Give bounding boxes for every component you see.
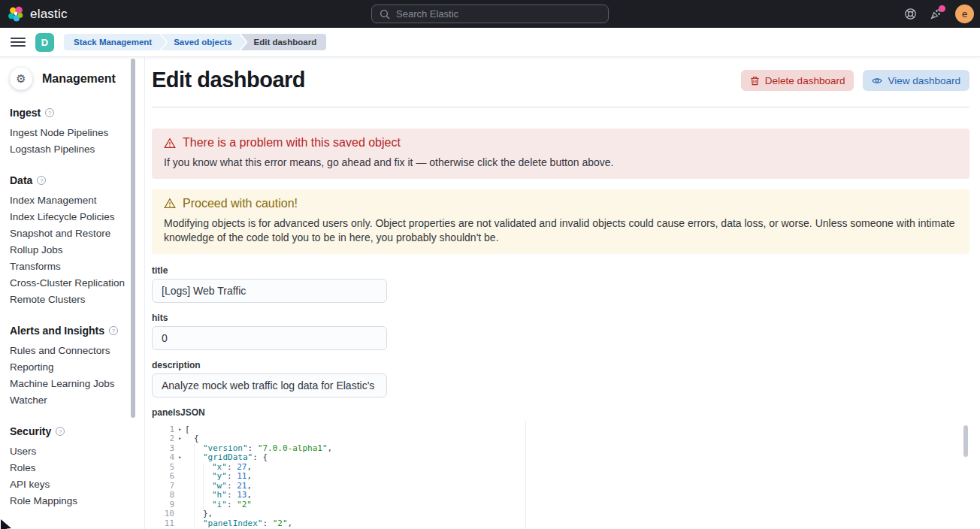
sidebar-section-title: Security? (10, 425, 134, 437)
sidebar-item-users[interactable]: Users (10, 443, 134, 460)
breadcrumb-stack-management[interactable]: Stack Management (64, 34, 166, 50)
code-line: 2▾{ (152, 434, 969, 444)
code-token: 13 (237, 491, 247, 500)
code-token: : { (253, 453, 268, 463)
field-label-panels-json: panelsJSON (152, 407, 969, 418)
code-line: 9"i": "2" (152, 500, 969, 510)
space-badge[interactable]: D (35, 33, 54, 52)
indent-guide (194, 519, 203, 529)
sidebar-item-rules-and-connectors[interactable]: Rules and Connectors (10, 343, 134, 359)
fold-spacer (174, 519, 185, 529)
header-actions: e (904, 5, 974, 23)
sidebar-item-watcher[interactable]: Watcher (10, 392, 134, 409)
indent-guide (203, 482, 212, 491)
sidebar-item-index-lifecycle-policies[interactable]: Index Lifecycle Policies (10, 209, 134, 225)
error-callout: There is a problem with this saved objec… (152, 128, 969, 179)
eye-icon (872, 76, 882, 86)
breadcrumb-saved-objects[interactable]: Saved objects (161, 34, 246, 50)
sidebar-item-api-keys[interactable]: API keys (10, 476, 134, 493)
indent-guide (203, 463, 212, 473)
sidebar-item-cross-cluster-replication[interactable]: Cross-Cluster Replication (10, 275, 134, 292)
indent-guide (185, 491, 194, 500)
view-button-label: View dashboard (888, 75, 960, 86)
fold-toggle-icon[interactable]: ▾ (174, 434, 185, 444)
code-line: 5"x": 27, (152, 463, 969, 473)
sidebar-sections: Ingest?Ingest Node PipelinesLogstash Pip… (10, 107, 134, 509)
sidebar-item-roles[interactable]: Roles (10, 460, 134, 476)
search-placeholder: Search Elastic (396, 8, 458, 20)
sidebar-item-remote-clusters[interactable]: Remote Clusters (10, 292, 134, 308)
panels-json-editor[interactable]: 1▾[2▾{3"version": "7.0.0-alpha1",4▾"grid… (152, 421, 969, 529)
top-header: elastic Search Elastic (0, 0, 980, 28)
sidebar-item-transforms[interactable]: Transforms (10, 258, 134, 275)
indent-guide (203, 472, 212, 482)
elastic-home-link[interactable]: elastic (8, 6, 68, 23)
description-input[interactable] (152, 373, 387, 398)
sidebar-header: ⚙ Management (10, 68, 134, 90)
help-icon[interactable] (904, 8, 917, 20)
warning-callout: Proceed with caution! Modifying objects … (152, 189, 969, 254)
section-title-text: Ingest (10, 107, 41, 119)
hits-input[interactable] (152, 326, 387, 350)
fold-spacer (174, 500, 185, 510)
fold-spacer (174, 491, 185, 500)
fold-toggle-icon[interactable]: ▾ (174, 425, 185, 435)
code-token: : (227, 500, 237, 510)
global-search-input[interactable]: Search Elastic (371, 5, 609, 23)
indent-guide (185, 509, 194, 519)
print-margin-line (525, 421, 526, 529)
sidebar-item-index-management[interactable]: Index Management (10, 192, 134, 209)
delete-button-label: Delete dashboard (765, 75, 845, 86)
sidebar-title: Management (42, 72, 116, 86)
indent-guide (185, 482, 194, 491)
fold-spacer (174, 472, 185, 482)
sidebar-item-ingest-node-pipelines[interactable]: Ingest Node Pipelines (10, 125, 134, 141)
main-content: Edit dashboard Delete dashb (145, 56, 980, 529)
title-input[interactable] (152, 279, 387, 303)
warning-callout-title-row: Proceed with caution! (164, 196, 957, 211)
sidebar-section: Security?UsersRolesAPI keysRole Mappings (10, 425, 134, 509)
code-line: 3"version": "7.0.0-alpha1", (152, 444, 969, 454)
indent-guide (185, 472, 194, 482)
line-number: 10 (152, 509, 174, 519)
sidebar-section-title: Data? (10, 174, 134, 186)
view-dashboard-button[interactable]: View dashboard (863, 70, 969, 91)
code-line: 8"h": 13, (152, 491, 969, 500)
indent-guide (185, 519, 194, 529)
sidebar-item-role-mappings[interactable]: Role Mappings (10, 493, 134, 509)
header-divider (152, 107, 969, 107)
fold-toggle-icon[interactable]: ▾ (174, 453, 185, 463)
sidebar-section: Alerts and Insights?Rules and Connectors… (10, 325, 134, 409)
code-token: "2" (237, 500, 252, 510)
line-number: 4 (152, 453, 174, 463)
fold-spacer (174, 482, 185, 491)
sidebar-item-rollup-jobs[interactable]: Rollup Jobs (10, 242, 134, 258)
sidebar-item-logstash-pipelines[interactable]: Logstash Pipelines (10, 141, 134, 158)
field-title: title (152, 265, 969, 303)
newsfeed-icon[interactable] (930, 8, 942, 20)
indent-guide (185, 434, 194, 444)
breadcrumb: Stack Management Saved objects Edit dash… (64, 34, 326, 50)
user-avatar[interactable]: e (955, 5, 974, 23)
fold-spacer (174, 444, 185, 454)
sidebar-item-reporting[interactable]: Reporting (10, 359, 134, 376)
sidebar-section-title: Alerts and Insights? (10, 325, 134, 337)
code-text: "i": "2" (185, 500, 252, 510)
sidebar-scrollbar[interactable] (131, 59, 135, 418)
warning-triangle-icon (164, 198, 176, 209)
menu-icon[interactable] (11, 38, 26, 47)
line-number: 6 (152, 472, 174, 482)
indent-guide (194, 453, 203, 463)
section-info-icon: ? (45, 108, 54, 117)
indent-guide (194, 482, 203, 491)
indent-guide (194, 463, 203, 473)
editor-scrollbar[interactable] (963, 425, 968, 457)
sidebar-item-snapshot-and-restore[interactable]: Snapshot and Restore (10, 225, 134, 242)
sidebar-item-machine-learning-jobs[interactable]: Machine Learning Jobs (10, 376, 134, 392)
delete-dashboard-button[interactable]: Delete dashboard (741, 70, 854, 91)
elastic-logo-icon (8, 6, 24, 23)
fold-spacer (174, 509, 185, 519)
code-token: , (247, 491, 252, 500)
code-token: "y" (212, 472, 227, 482)
trash-icon (750, 76, 760, 86)
